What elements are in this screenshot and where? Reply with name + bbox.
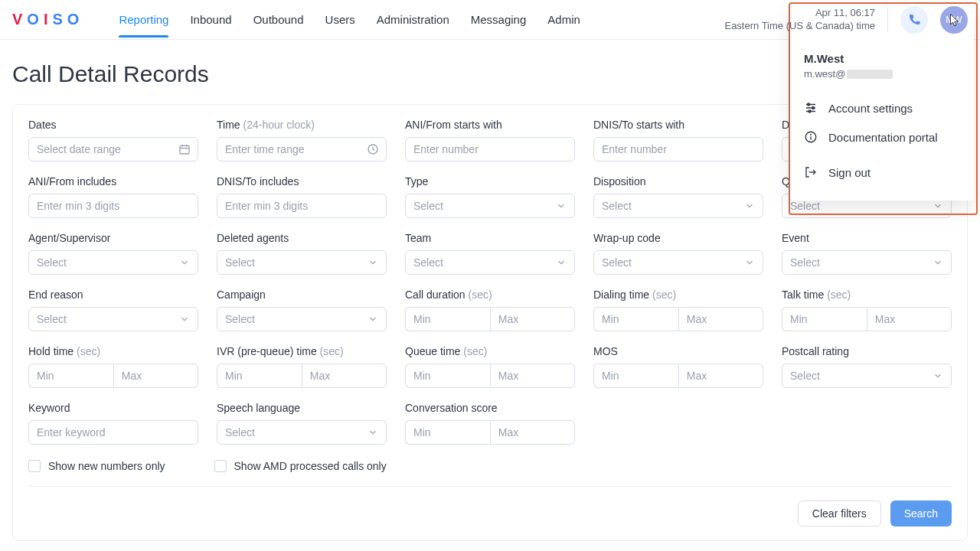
avatar[interactable]: MW xyxy=(940,6,968,34)
check-new-numbers[interactable]: Show new numbers only xyxy=(28,460,165,472)
field-endreason: End reason Select xyxy=(28,289,198,331)
nav-administration[interactable]: Administration xyxy=(377,2,449,37)
dates-input[interactable] xyxy=(28,137,198,161)
check-amd-label: Show AMD processed calls only xyxy=(234,460,387,472)
dnis-starts-input[interactable] xyxy=(593,137,763,161)
nav-users[interactable]: Users xyxy=(325,2,355,37)
chevron-down-icon xyxy=(368,314,378,324)
team-select[interactable]: Select xyxy=(405,250,575,275)
header-tz: Eastern Time (US & Canada) time xyxy=(724,20,875,33)
field-hold-time: Hold time (sec) xyxy=(28,345,198,388)
svg-rect-6 xyxy=(180,145,189,154)
deleted-select[interactable]: Select xyxy=(217,250,387,275)
chevron-down-icon xyxy=(744,201,755,211)
mos-min[interactable] xyxy=(593,364,678,388)
mos-max[interactable] xyxy=(678,364,763,388)
search-button[interactable]: Search xyxy=(890,500,952,527)
ani-includes-label: ANI/From includes xyxy=(28,175,198,187)
queue-time-max[interactable] xyxy=(490,364,575,388)
sliders-icon xyxy=(804,101,818,115)
field-call-duration: Call duration (sec) xyxy=(405,289,575,331)
endreason-select[interactable]: Select xyxy=(28,307,198,331)
event-select[interactable]: Select xyxy=(782,250,952,275)
chevron-down-icon xyxy=(556,257,567,268)
clear-filters-button[interactable]: Clear filters xyxy=(798,500,881,527)
field-talk-time: Talk time (sec) xyxy=(782,289,952,331)
field-campaign: Campaign Select xyxy=(217,289,387,331)
dialing-time-min[interactable] xyxy=(593,307,678,331)
type-select[interactable]: Select xyxy=(405,194,575,218)
field-mos: MOS xyxy=(593,345,763,388)
menu-account-label: Account settings xyxy=(828,102,913,115)
chevron-down-icon xyxy=(933,257,943,268)
user-email-redacted xyxy=(847,70,893,79)
field-dates: Dates xyxy=(28,119,198,161)
speech-label: Speech language xyxy=(217,402,387,414)
field-disposition: Disposition Select xyxy=(593,175,763,218)
nav-reporting[interactable]: Reporting xyxy=(119,2,168,37)
chevron-down-icon xyxy=(744,257,755,268)
time-input[interactable] xyxy=(217,137,387,161)
menu-account-settings[interactable]: Account settings xyxy=(804,93,960,122)
chevron-down-icon xyxy=(933,201,943,211)
menu-docs-label: Documentation portal xyxy=(828,131,938,144)
chevron-down-icon xyxy=(179,257,190,268)
type-label: Type xyxy=(405,175,575,187)
avatar-initials: MW xyxy=(946,15,962,25)
ivr-time-min[interactable] xyxy=(217,364,302,388)
hold-time-min[interactable] xyxy=(28,364,113,388)
ani-starts-input[interactable] xyxy=(405,137,575,161)
conv-min[interactable] xyxy=(405,420,490,445)
dialer-button[interactable] xyxy=(900,6,928,34)
check-new-numbers-label: Show new numbers only xyxy=(48,460,165,472)
call-duration-max[interactable] xyxy=(490,307,575,331)
chevron-down-icon xyxy=(368,257,378,268)
dialing-time-max[interactable] xyxy=(678,307,763,331)
hold-time-max[interactable] xyxy=(113,364,198,388)
campaign-select[interactable]: Select xyxy=(217,307,387,331)
postcall-select[interactable]: Select xyxy=(782,364,952,388)
field-keyword: Keyword xyxy=(28,402,198,445)
keyword-input[interactable] xyxy=(28,420,198,445)
chevron-down-icon xyxy=(179,314,190,324)
logo-i: I xyxy=(44,11,51,28)
nav-messaging[interactable]: Messaging xyxy=(471,2,527,37)
nav-inbound[interactable]: Inbound xyxy=(190,2,231,37)
agent-select[interactable]: Select xyxy=(28,250,198,275)
field-dnis-includes: DNIS/To includes xyxy=(217,175,387,218)
menu-documentation[interactable]: Documentation portal xyxy=(804,122,960,152)
team-label: Team xyxy=(405,232,575,244)
menu-signout-label: Sign out xyxy=(828,166,871,179)
check-amd[interactable]: Show AMD processed calls only xyxy=(214,460,387,472)
nav: Reporting Inbound Outbound Users Adminis… xyxy=(119,2,580,37)
field-postcall: Postcall rating Select xyxy=(782,345,952,388)
ivr-label: IVR (pre-queue) time (sec) xyxy=(217,345,387,357)
talk-time-max[interactable] xyxy=(867,307,952,331)
phone-icon xyxy=(907,13,921,27)
header-date: Apr 11, 06:17 xyxy=(724,7,875,20)
nav-admin[interactable]: Admin xyxy=(547,2,580,37)
field-wrapup: Wrap-up code Select xyxy=(593,232,763,275)
signout-icon xyxy=(804,165,818,179)
chevron-down-icon xyxy=(933,370,943,381)
field-ani-starts: ANI/From starts with xyxy=(405,119,575,161)
ani-includes-input[interactable] xyxy=(28,194,198,218)
nav-outbound[interactable]: Outbound xyxy=(253,2,304,37)
conv-max[interactable] xyxy=(490,420,575,445)
field-dnis-starts: DNIS/To starts with xyxy=(593,119,763,161)
user-email-prefix: m.west@ xyxy=(804,68,845,80)
time-block: Apr 11, 06:17 Eastern Time (US & Canada)… xyxy=(724,7,888,33)
field-event: Event Select xyxy=(782,232,952,275)
disposition-select[interactable]: Select xyxy=(593,194,763,218)
dnis-includes-input[interactable] xyxy=(217,194,387,218)
ivr-time-max[interactable] xyxy=(302,364,387,388)
call-duration-min[interactable] xyxy=(405,307,490,331)
user-name: M.West xyxy=(804,52,960,65)
speech-select[interactable]: Select xyxy=(217,420,387,445)
wrapup-select[interactable]: Select xyxy=(593,250,763,275)
talk-time-min[interactable] xyxy=(782,307,867,331)
queue-time-min[interactable] xyxy=(405,364,490,388)
dialing-time-label: Dialing time (sec) xyxy=(593,289,763,301)
menu-sign-out[interactable]: Sign out xyxy=(804,158,960,187)
dnis-includes-label: DNIS/To includes xyxy=(217,175,387,187)
